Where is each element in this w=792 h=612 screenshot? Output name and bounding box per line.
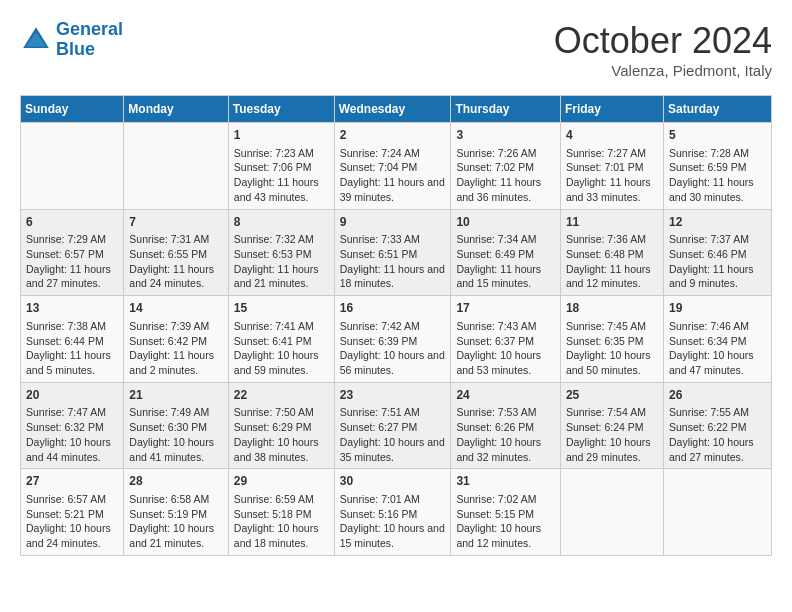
calendar-cell: 25Sunrise: 7:54 AM Sunset: 6:24 PM Dayli… xyxy=(560,382,663,469)
page-header: General Blue October 2024 Valenza, Piedm… xyxy=(20,20,772,79)
calendar-cell: 6Sunrise: 7:29 AM Sunset: 6:57 PM Daylig… xyxy=(21,209,124,296)
day-number: 24 xyxy=(456,387,555,404)
day-content: Sunrise: 7:23 AM Sunset: 7:06 PM Dayligh… xyxy=(234,146,329,205)
day-number: 26 xyxy=(669,387,766,404)
day-content: Sunrise: 7:01 AM Sunset: 5:16 PM Dayligh… xyxy=(340,492,446,551)
day-header-monday: Monday xyxy=(124,96,228,123)
day-number: 13 xyxy=(26,300,118,317)
day-content: Sunrise: 7:41 AM Sunset: 6:41 PM Dayligh… xyxy=(234,319,329,378)
logo-text: General Blue xyxy=(56,20,123,60)
day-content: Sunrise: 7:29 AM Sunset: 6:57 PM Dayligh… xyxy=(26,232,118,291)
location-subtitle: Valenza, Piedmont, Italy xyxy=(554,62,772,79)
day-number: 9 xyxy=(340,214,446,231)
day-number: 3 xyxy=(456,127,555,144)
day-header-thursday: Thursday xyxy=(451,96,561,123)
day-content: Sunrise: 7:49 AM Sunset: 6:30 PM Dayligh… xyxy=(129,405,222,464)
day-content: Sunrise: 7:38 AM Sunset: 6:44 PM Dayligh… xyxy=(26,319,118,378)
calendar-week-row: 13Sunrise: 7:38 AM Sunset: 6:44 PM Dayli… xyxy=(21,296,772,383)
day-number: 17 xyxy=(456,300,555,317)
day-content: Sunrise: 7:33 AM Sunset: 6:51 PM Dayligh… xyxy=(340,232,446,291)
calendar-cell: 30Sunrise: 7:01 AM Sunset: 5:16 PM Dayli… xyxy=(334,469,451,556)
calendar-cell: 21Sunrise: 7:49 AM Sunset: 6:30 PM Dayli… xyxy=(124,382,228,469)
day-header-wednesday: Wednesday xyxy=(334,96,451,123)
day-number: 10 xyxy=(456,214,555,231)
day-number: 15 xyxy=(234,300,329,317)
day-number: 12 xyxy=(669,214,766,231)
day-number: 27 xyxy=(26,473,118,490)
day-number: 28 xyxy=(129,473,222,490)
day-number: 2 xyxy=(340,127,446,144)
day-content: Sunrise: 7:54 AM Sunset: 6:24 PM Dayligh… xyxy=(566,405,658,464)
calendar-cell: 22Sunrise: 7:50 AM Sunset: 6:29 PM Dayli… xyxy=(228,382,334,469)
calendar-cell: 13Sunrise: 7:38 AM Sunset: 6:44 PM Dayli… xyxy=(21,296,124,383)
day-number: 11 xyxy=(566,214,658,231)
calendar-cell: 28Sunrise: 6:58 AM Sunset: 5:19 PM Dayli… xyxy=(124,469,228,556)
calendar-cell: 19Sunrise: 7:46 AM Sunset: 6:34 PM Dayli… xyxy=(663,296,771,383)
calendar-cell: 8Sunrise: 7:32 AM Sunset: 6:53 PM Daylig… xyxy=(228,209,334,296)
day-number: 16 xyxy=(340,300,446,317)
day-content: Sunrise: 7:46 AM Sunset: 6:34 PM Dayligh… xyxy=(669,319,766,378)
calendar-header-row: SundayMondayTuesdayWednesdayThursdayFrid… xyxy=(21,96,772,123)
day-content: Sunrise: 7:39 AM Sunset: 6:42 PM Dayligh… xyxy=(129,319,222,378)
day-content: Sunrise: 7:50 AM Sunset: 6:29 PM Dayligh… xyxy=(234,405,329,464)
calendar-cell: 24Sunrise: 7:53 AM Sunset: 6:26 PM Dayli… xyxy=(451,382,561,469)
calendar-cell xyxy=(124,123,228,210)
day-content: Sunrise: 7:28 AM Sunset: 6:59 PM Dayligh… xyxy=(669,146,766,205)
calendar-cell: 29Sunrise: 6:59 AM Sunset: 5:18 PM Dayli… xyxy=(228,469,334,556)
day-content: Sunrise: 7:45 AM Sunset: 6:35 PM Dayligh… xyxy=(566,319,658,378)
day-content: Sunrise: 6:58 AM Sunset: 5:19 PM Dayligh… xyxy=(129,492,222,551)
calendar-cell: 14Sunrise: 7:39 AM Sunset: 6:42 PM Dayli… xyxy=(124,296,228,383)
day-content: Sunrise: 6:59 AM Sunset: 5:18 PM Dayligh… xyxy=(234,492,329,551)
day-number: 20 xyxy=(26,387,118,404)
day-number: 14 xyxy=(129,300,222,317)
day-header-saturday: Saturday xyxy=(663,96,771,123)
calendar-cell: 1Sunrise: 7:23 AM Sunset: 7:06 PM Daylig… xyxy=(228,123,334,210)
calendar-week-row: 1Sunrise: 7:23 AM Sunset: 7:06 PM Daylig… xyxy=(21,123,772,210)
day-number: 31 xyxy=(456,473,555,490)
calendar-cell xyxy=(663,469,771,556)
day-header-tuesday: Tuesday xyxy=(228,96,334,123)
calendar-week-row: 27Sunrise: 6:57 AM Sunset: 5:21 PM Dayli… xyxy=(21,469,772,556)
day-content: Sunrise: 7:55 AM Sunset: 6:22 PM Dayligh… xyxy=(669,405,766,464)
day-number: 4 xyxy=(566,127,658,144)
calendar-cell: 4Sunrise: 7:27 AM Sunset: 7:01 PM Daylig… xyxy=(560,123,663,210)
logo-line1: General xyxy=(56,19,123,39)
day-content: Sunrise: 7:31 AM Sunset: 6:55 PM Dayligh… xyxy=(129,232,222,291)
calendar-cell: 16Sunrise: 7:42 AM Sunset: 6:39 PM Dayli… xyxy=(334,296,451,383)
day-content: Sunrise: 7:26 AM Sunset: 7:02 PM Dayligh… xyxy=(456,146,555,205)
calendar-cell: 2Sunrise: 7:24 AM Sunset: 7:04 PM Daylig… xyxy=(334,123,451,210)
calendar-cell: 5Sunrise: 7:28 AM Sunset: 6:59 PM Daylig… xyxy=(663,123,771,210)
day-number: 19 xyxy=(669,300,766,317)
calendar-cell xyxy=(560,469,663,556)
day-content: Sunrise: 7:51 AM Sunset: 6:27 PM Dayligh… xyxy=(340,405,446,464)
calendar-cell: 12Sunrise: 7:37 AM Sunset: 6:46 PM Dayli… xyxy=(663,209,771,296)
calendar-cell: 9Sunrise: 7:33 AM Sunset: 6:51 PM Daylig… xyxy=(334,209,451,296)
day-number: 21 xyxy=(129,387,222,404)
day-number: 7 xyxy=(129,214,222,231)
day-number: 22 xyxy=(234,387,329,404)
logo-line2: Blue xyxy=(56,39,95,59)
calendar-cell: 18Sunrise: 7:45 AM Sunset: 6:35 PM Dayli… xyxy=(560,296,663,383)
day-header-friday: Friday xyxy=(560,96,663,123)
day-number: 6 xyxy=(26,214,118,231)
calendar-cell: 11Sunrise: 7:36 AM Sunset: 6:48 PM Dayli… xyxy=(560,209,663,296)
day-number: 30 xyxy=(340,473,446,490)
calendar-table: SundayMondayTuesdayWednesdayThursdayFrid… xyxy=(20,95,772,556)
day-content: Sunrise: 7:37 AM Sunset: 6:46 PM Dayligh… xyxy=(669,232,766,291)
title-block: October 2024 Valenza, Piedmont, Italy xyxy=(554,20,772,79)
calendar-cell: 3Sunrise: 7:26 AM Sunset: 7:02 PM Daylig… xyxy=(451,123,561,210)
calendar-cell: 7Sunrise: 7:31 AM Sunset: 6:55 PM Daylig… xyxy=(124,209,228,296)
logo: General Blue xyxy=(20,20,123,60)
day-number: 25 xyxy=(566,387,658,404)
day-content: Sunrise: 7:34 AM Sunset: 6:49 PM Dayligh… xyxy=(456,232,555,291)
calendar-week-row: 20Sunrise: 7:47 AM Sunset: 6:32 PM Dayli… xyxy=(21,382,772,469)
calendar-cell: 26Sunrise: 7:55 AM Sunset: 6:22 PM Dayli… xyxy=(663,382,771,469)
calendar-cell: 17Sunrise: 7:43 AM Sunset: 6:37 PM Dayli… xyxy=(451,296,561,383)
day-content: Sunrise: 7:36 AM Sunset: 6:48 PM Dayligh… xyxy=(566,232,658,291)
day-content: Sunrise: 7:53 AM Sunset: 6:26 PM Dayligh… xyxy=(456,405,555,464)
day-number: 1 xyxy=(234,127,329,144)
month-title: October 2024 xyxy=(554,20,772,62)
day-content: Sunrise: 7:02 AM Sunset: 5:15 PM Dayligh… xyxy=(456,492,555,551)
calendar-cell: 15Sunrise: 7:41 AM Sunset: 6:41 PM Dayli… xyxy=(228,296,334,383)
calendar-cell: 23Sunrise: 7:51 AM Sunset: 6:27 PM Dayli… xyxy=(334,382,451,469)
